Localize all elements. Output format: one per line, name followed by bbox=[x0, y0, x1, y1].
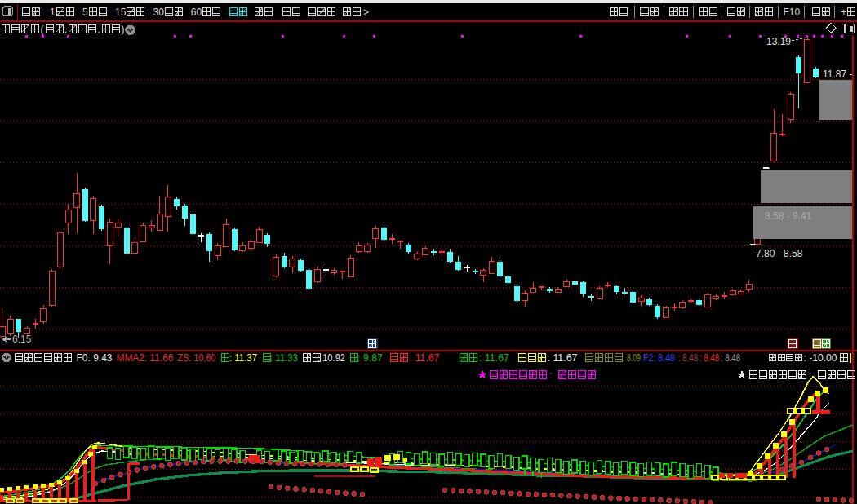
svg-text:: 11.33: : 11.33 bbox=[270, 352, 298, 364]
svg-text:): ) bbox=[122, 24, 125, 35]
svg-text:: 8.09: : 8.09 bbox=[623, 352, 641, 364]
svg-text:1: 1 bbox=[50, 7, 56, 18]
svg-text:: 9.87: : 9.87 bbox=[357, 352, 383, 364]
svg-text:: 11.67: : 11.67 bbox=[410, 352, 440, 364]
svg-text:F2: 8.48: F2: 8.48 bbox=[643, 352, 675, 364]
svg-text:: 8.48: : 8.48 bbox=[699, 352, 719, 364]
svg-text:: 11.67: : 11.67 bbox=[479, 352, 509, 364]
svg-text:8.58 - 9.41: 8.58 - 9.41 bbox=[765, 210, 812, 222]
svg-text:5: 5 bbox=[82, 7, 88, 18]
svg-text:7.80 - 8.58: 7.80 - 8.58 bbox=[756, 248, 803, 259]
svg-text:15: 15 bbox=[115, 7, 127, 18]
svg-text:11.87 -: 11.87 - bbox=[823, 69, 852, 80]
svg-text:30: 30 bbox=[153, 7, 165, 18]
svg-text:: 10.92: : 10.92 bbox=[317, 352, 345, 364]
svg-text:ZS: 10.60: ZS: 10.60 bbox=[178, 352, 216, 364]
svg-text:F0: 9.43: F0: 9.43 bbox=[77, 352, 113, 364]
svg-text:6.15: 6.15 bbox=[12, 334, 32, 345]
svg-text:: -10.00: : -10.00 bbox=[804, 352, 837, 364]
svg-text:>: > bbox=[363, 7, 369, 18]
svg-text:: 8.48: : 8.48 bbox=[721, 352, 740, 364]
svg-text:MMA2: 11.66: MMA2: 11.66 bbox=[117, 352, 174, 364]
svg-text:(: ( bbox=[41, 24, 44, 35]
svg-text:: 8.48: : 8.48 bbox=[678, 352, 698, 364]
svg-text:60: 60 bbox=[191, 7, 202, 18]
svg-text:.: . bbox=[98, 24, 100, 35]
svg-text:13.19: 13.19 bbox=[766, 36, 791, 47]
svg-text:: 11.67: : 11.67 bbox=[548, 352, 578, 364]
svg-text:: 11.37: : 11.37 bbox=[229, 352, 257, 364]
svg-text::: : bbox=[549, 369, 552, 381]
svg-text:F10: F10 bbox=[784, 7, 801, 18]
svg-text:.: . bbox=[64, 24, 67, 35]
svg-text:+: + bbox=[841, 7, 846, 18]
